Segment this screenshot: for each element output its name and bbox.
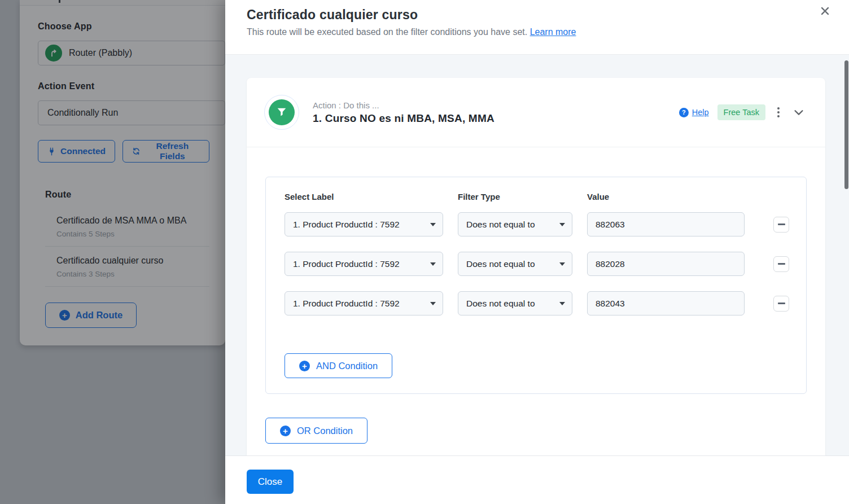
value-input[interactable]	[587, 291, 745, 315]
action-step-header: Action : Do this ... 1. Curso NO es ni M…	[247, 78, 825, 147]
caret-down-icon	[559, 262, 565, 266]
modal-title: Certificado cualquier curso	[247, 7, 849, 23]
caret-down-icon	[559, 223, 565, 226]
caret-down-icon	[430, 302, 436, 305]
filter-type-dropdown[interactable]: Does not equal to	[458, 212, 572, 236]
filter-type-dropdown[interactable]: Does not equal to	[458, 291, 572, 315]
plus-icon: +	[280, 426, 291, 436]
remove-condition-button[interactable]	[773, 296, 789, 312]
background-page: Choose App Router (Pabbly) Action Event …	[0, 0, 225, 504]
close-button[interactable]: Close	[247, 470, 294, 494]
select-label-dropdown[interactable]: 1. Product ProductId : 7592	[285, 252, 443, 276]
remove-condition-button[interactable]	[773, 217, 789, 233]
condition-row: 1. Product ProductId : 7592 Does not equ…	[285, 252, 806, 276]
filter-type-value: Does not equal to	[466, 220, 555, 230]
select-label-dropdown[interactable]: 1. Product ProductId : 7592	[285, 291, 443, 315]
and-condition-label: AND Condition	[316, 361, 378, 371]
close-icon[interactable]	[819, 5, 831, 17]
filter-conditions-group: Select Label Filter Type Value 1. Produc…	[265, 177, 807, 394]
action-step-title: 1. Curso NO es ni MBA, MSA, MMA	[313, 112, 494, 125]
or-condition-button[interactable]: + OR Condition	[265, 418, 367, 444]
remove-condition-button[interactable]	[773, 256, 789, 272]
value-input[interactable]	[587, 252, 745, 276]
filter-type-header: Filter Type	[458, 192, 572, 201]
modal-backdrop[interactable]	[0, 0, 225, 504]
minus-icon	[778, 263, 785, 265]
filter-funnel-icon	[269, 99, 295, 125]
filter-type-dropdown[interactable]: Does not equal to	[458, 252, 572, 276]
help-label: Help	[692, 108, 709, 117]
kebab-menu-icon[interactable]	[774, 105, 783, 120]
select-label-value: 1. Product ProductId : 7592	[293, 259, 426, 269]
value-header: Value	[587, 192, 745, 201]
modal-body: Action : Do this ... 1. Curso NO es ni M…	[225, 55, 849, 455]
select-label-value: 1. Product ProductId : 7592	[293, 220, 426, 230]
action-step-card: Action : Do this ... 1. Curso NO es ni M…	[247, 78, 825, 455]
select-label-value: 1. Product ProductId : 7592	[293, 299, 426, 309]
modal-description-text: This route will be executed based on the…	[247, 27, 527, 37]
free-task-badge: Free Task	[717, 104, 765, 120]
select-label-header: Select Label	[285, 192, 443, 201]
minus-icon	[778, 303, 785, 304]
condition-row: 1. Product ProductId : 7592 Does not equ…	[285, 291, 806, 315]
minus-icon	[778, 223, 785, 225]
scrollbar-thumb[interactable]	[844, 60, 848, 189]
action-icon-ring	[264, 95, 299, 130]
and-condition-button[interactable]: + AND Condition	[285, 353, 392, 378]
select-label-dropdown[interactable]: 1. Product ProductId : 7592	[285, 212, 443, 236]
chevron-down-icon[interactable]	[791, 105, 806, 120]
filter-type-value: Does not equal to	[466, 259, 555, 269]
help-link[interactable]: ? Help	[679, 108, 709, 117]
modal-header: Certificado cualquier curso This route w…	[225, 0, 849, 55]
filter-type-value: Does not equal to	[466, 299, 555, 309]
route-filter-modal: Certificado cualquier curso This route w…	[225, 0, 849, 504]
modal-description: This route will be executed based on the…	[247, 27, 849, 37]
caret-down-icon	[430, 223, 436, 226]
screen: Choose App Router (Pabbly) Action Event …	[0, 0, 849, 504]
condition-row: 1. Product ProductId : 7592 Does not equ…	[285, 212, 806, 236]
learn-more-link[interactable]: Learn more	[530, 27, 576, 37]
question-mark-icon: ?	[679, 108, 689, 117]
modal-footer: Close	[225, 455, 849, 504]
plus-icon: +	[299, 361, 310, 371]
or-condition-label: OR Condition	[297, 426, 353, 436]
caret-down-icon	[430, 262, 436, 266]
value-input[interactable]	[587, 212, 745, 236]
caret-down-icon	[559, 302, 565, 305]
action-kicker: Action : Do this ...	[313, 100, 494, 110]
divider	[247, 147, 825, 147]
